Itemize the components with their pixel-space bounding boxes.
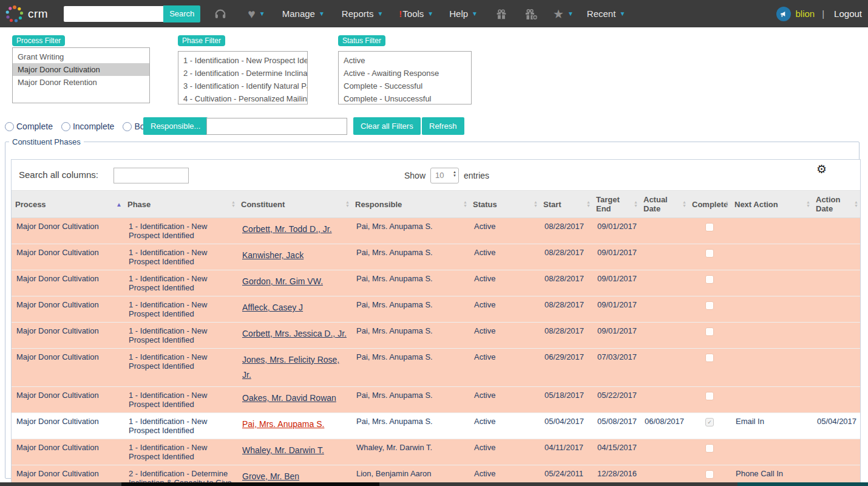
listbox-option[interactable]: Grant Writing bbox=[13, 50, 149, 63]
listbox-option[interactable]: Complete - Successful bbox=[339, 80, 471, 92]
status-filter-listbox[interactable]: ActiveActive - Awaiting ResponseComplete… bbox=[338, 51, 472, 104]
column-header-next-action[interactable]: Next Action▲▼ bbox=[731, 191, 812, 218]
search-columns-input[interactable] bbox=[114, 168, 189, 183]
menu-tools[interactable]: ! Tools ▼ bbox=[399, 9, 433, 19]
gift-add-icon[interactable] bbox=[524, 7, 538, 21]
menu-help[interactable]: Help ▼ bbox=[449, 9, 478, 19]
column-header-phase[interactable]: Phase▲▼ bbox=[124, 191, 237, 218]
phase-filter-listbox[interactable]: 1 - Identification - New Prospect Identi… bbox=[178, 51, 308, 104]
complete-checkbox[interactable] bbox=[705, 275, 714, 284]
cell-start: 08/28/2017 bbox=[540, 244, 592, 270]
column-header-start[interactable]: Start▲▼ bbox=[540, 191, 592, 218]
column-header-complete[interactable]: Complete▲▼ bbox=[688, 191, 731, 218]
process-filter-listbox[interactable]: Grant WritingMajor Donor CultivationMajo… bbox=[12, 47, 150, 103]
refresh-button[interactable]: Refresh bbox=[422, 117, 464, 135]
headphones-icon[interactable] bbox=[214, 7, 227, 21]
radio-complete[interactable]: Complete bbox=[5, 122, 53, 131]
menu-recent[interactable]: Recent ▼ bbox=[587, 9, 625, 19]
complete-checkbox[interactable] bbox=[705, 301, 714, 310]
cell-start: 08/28/2017 bbox=[540, 270, 592, 296]
cell-complete bbox=[688, 296, 731, 323]
sort-icon: ▲▼ bbox=[231, 200, 236, 208]
constituent-link[interactable]: Affleck, Casey J bbox=[242, 303, 303, 312]
listbox-option[interactable]: Major Donor Cultivation bbox=[13, 63, 149, 76]
responsible-button[interactable]: Responsible... bbox=[143, 117, 208, 135]
constituent-link[interactable]: Grove, Mr. Ben bbox=[242, 471, 299, 481]
global-search-input[interactable] bbox=[64, 6, 163, 22]
constituent-link[interactable]: Kanwisher, Jack bbox=[242, 250, 303, 260]
complete-checkbox[interactable] bbox=[705, 392, 714, 400]
radio-label: Incomplete bbox=[73, 122, 114, 131]
complete-checkbox[interactable] bbox=[705, 327, 714, 336]
column-header-status[interactable]: Status▲▼ bbox=[469, 191, 540, 218]
cell-target-end: 09/01/2017 bbox=[592, 244, 640, 270]
complete-checkbox[interactable]: ✓ bbox=[705, 418, 714, 426]
cell-actual-date bbox=[640, 218, 688, 244]
cell-action-date bbox=[812, 244, 860, 270]
favorites-menu[interactable]: ♥ ▼ bbox=[248, 7, 265, 21]
logout-link[interactable]: Logout bbox=[834, 9, 862, 19]
constituent-link[interactable]: Oakes, Mr. David Rowan bbox=[242, 393, 336, 403]
constituent-link[interactable]: Corbett, Mr. Todd D., Jr. bbox=[242, 224, 332, 234]
avatar[interactable] bbox=[776, 7, 791, 21]
radio-circle-icon[interactable] bbox=[61, 122, 70, 131]
starred-menu[interactable]: ★ ▼ bbox=[553, 7, 574, 21]
listbox-option[interactable]: 2 - Identification - Determine Inclinati… bbox=[178, 67, 307, 80]
complete-checkbox[interactable] bbox=[705, 470, 714, 479]
radio-circle-icon[interactable] bbox=[123, 122, 132, 131]
page-length-select[interactable]: 10 ▲▼ bbox=[430, 168, 459, 183]
listbox-option[interactable]: 3 - Identification - Identify Natural Pa… bbox=[178, 80, 307, 92]
column-header-constituent[interactable]: Constituent▲▼ bbox=[237, 191, 351, 218]
username-link[interactable]: blion bbox=[796, 9, 815, 19]
constituent-link[interactable]: Gordon, Mr. Gim VW. bbox=[242, 276, 323, 286]
table-row: Major Donor Cultivation1 - Identificatio… bbox=[12, 413, 860, 439]
column-header-label: Actual Date bbox=[643, 195, 668, 213]
column-header-target-end[interactable]: Target End▲▼ bbox=[592, 191, 640, 218]
radio-circle-icon[interactable] bbox=[5, 122, 14, 131]
complete-checkbox[interactable] bbox=[705, 444, 714, 453]
cell-next-action bbox=[731, 349, 812, 387]
clear-all-filters-button[interactable]: Clear all Filters bbox=[353, 117, 421, 135]
complete-checkbox[interactable] bbox=[705, 223, 714, 231]
cell-status: Active bbox=[469, 349, 540, 387]
complete-checkbox[interactable] bbox=[705, 354, 714, 362]
column-header-responsible[interactable]: Responsible▲▼ bbox=[351, 191, 469, 218]
listbox-option[interactable]: Major Donor Retention bbox=[13, 76, 149, 89]
star-icon[interactable]: ★ bbox=[553, 7, 564, 21]
cell-action-date: 05/04/2017 bbox=[812, 413, 860, 439]
heart-icon[interactable]: ♥ bbox=[248, 7, 255, 21]
bottom-bar bbox=[0, 482, 868, 486]
gift-icon[interactable] bbox=[495, 7, 508, 21]
column-header-label: Target End bbox=[596, 195, 620, 213]
column-header-actual-date[interactable]: Actual Date▲▼ bbox=[640, 191, 688, 218]
constituent-link[interactable]: Corbett, Mrs. Jessica D., Jr. bbox=[242, 329, 347, 338]
responsible-filter-input[interactable] bbox=[206, 118, 347, 135]
entries-label: entries bbox=[464, 171, 489, 180]
gear-icon[interactable]: ⚙ bbox=[816, 162, 827, 176]
chevron-down-icon: ▼ bbox=[377, 10, 383, 17]
search-button[interactable]: Search bbox=[163, 5, 200, 22]
constituent-link[interactable]: Whaley, Mr. Darwin T. bbox=[242, 445, 324, 455]
spinner-arrows-icon[interactable]: ▲▼ bbox=[453, 170, 456, 177]
column-header-label: Responsible bbox=[355, 200, 402, 209]
cell-constituent: Corbett, Mrs. Jessica D., Jr. bbox=[237, 323, 351, 349]
listbox-option[interactable]: Active - Awaiting Response bbox=[339, 67, 471, 80]
column-header-process[interactable]: Process▲ bbox=[12, 191, 124, 218]
listbox-option[interactable]: Active bbox=[339, 54, 471, 67]
complete-checkbox[interactable] bbox=[705, 249, 714, 258]
column-header-action-date[interactable]: Action Date▲▼ bbox=[812, 191, 860, 218]
cell-target-end: 05/22/2017 bbox=[592, 387, 640, 413]
sort-icon: ▲▼ bbox=[634, 200, 638, 208]
constituent-link[interactable]: Pai, Mrs. Anupama S. bbox=[242, 419, 324, 429]
listbox-option[interactable]: Complete - Unsuccessful bbox=[339, 92, 471, 104]
menu-reports[interactable]: Reports ▼ bbox=[342, 9, 383, 19]
listbox-option[interactable]: 4 - Cultivation - Personalized Mailing bbox=[178, 92, 307, 104]
table-row: Major Donor Cultivation1 - Identificatio… bbox=[12, 323, 860, 349]
cell-start: 08/28/2017 bbox=[540, 218, 592, 244]
constituent-link[interactable]: Jones, Mrs. Felicity Rose, Jr. bbox=[242, 355, 339, 380]
complete-filter-radio-group: CompleteIncompleteBoth bbox=[5, 119, 160, 134]
radio-incomplete[interactable]: Incomplete bbox=[61, 122, 114, 131]
listbox-option[interactable]: 1 - Identification - New Prospect Identi… bbox=[178, 54, 307, 67]
menu-manage[interactable]: Manage ▼ bbox=[282, 9, 325, 19]
cell-action-date bbox=[812, 349, 860, 387]
